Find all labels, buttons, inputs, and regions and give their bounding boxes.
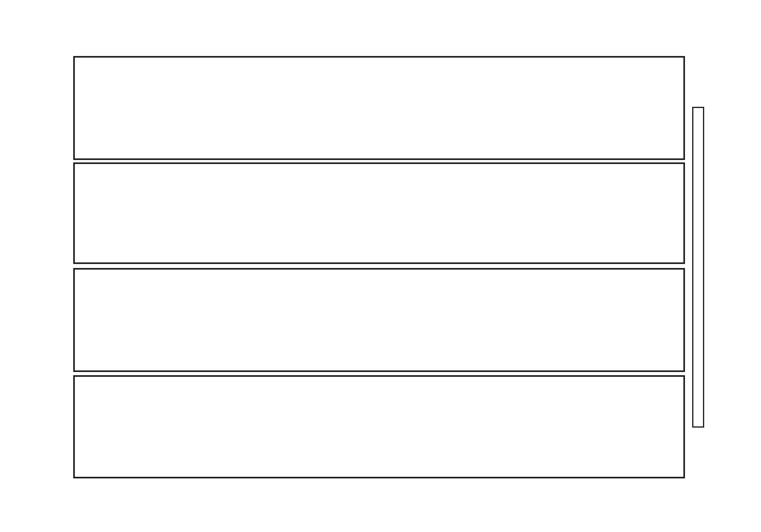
rot-plot-canvas [75, 164, 683, 262]
s4-plot-canvas [75, 270, 683, 370]
panel-sigma-phi [73, 375, 685, 478]
sigma-phi-plot-canvas [75, 377, 683, 477]
colorbar [692, 107, 704, 428]
panel-vtec [73, 56, 685, 160]
panel-rot [73, 162, 685, 264]
figure-root [0, 0, 761, 532]
vtec-plot-canvas [75, 58, 683, 158]
panel-s4 [73, 268, 685, 372]
